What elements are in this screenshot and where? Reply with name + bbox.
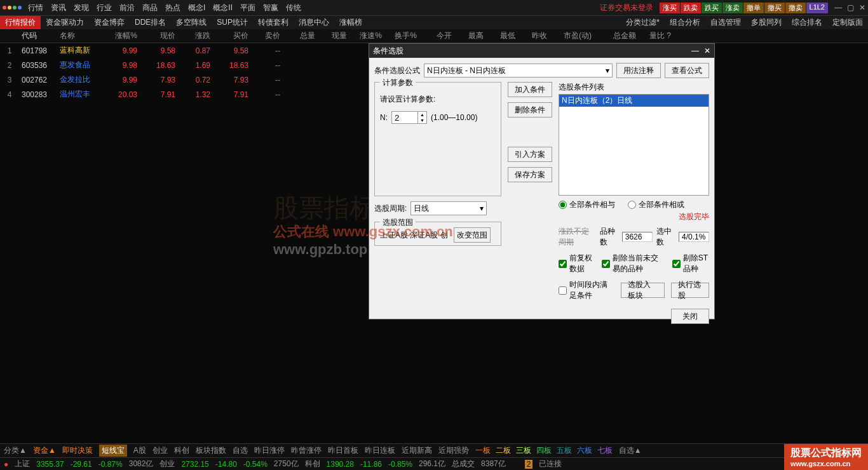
n-input[interactable]: [392, 112, 417, 123]
tab-转债套利[interactable]: 转债套利: [253, 16, 294, 29]
f1-科创[interactable]: 科创: [174, 445, 189, 456]
col-代码[interactable]: 代码: [19, 30, 57, 41]
trade-撤买[interactable]: 撤买: [764, 3, 785, 13]
menu-前沿[interactable]: 前沿: [119, 3, 135, 13]
condition-list[interactable]: N日内连板（2）日线: [559, 94, 709, 196]
col-换手%[interactable]: 换手%: [384, 30, 419, 41]
maximize-icon[interactable]: ▢: [847, 3, 854, 12]
dialog-min-icon[interactable]: —: [691, 46, 699, 55]
col-涨幅%[interactable]: 涨幅%: [102, 30, 140, 41]
trade-涨买[interactable]: 涨买: [660, 3, 680, 13]
tab-多空阵线[interactable]: 多空阵线: [171, 16, 212, 29]
board-三板[interactable]: 三板: [516, 445, 531, 456]
col-涨跌[interactable]: 涨跌: [178, 30, 213, 41]
spin-up-icon[interactable]: ▲: [418, 112, 426, 117]
tab-涨幅榜[interactable]: 涨幅榜: [334, 16, 367, 29]
trade-跌卖[interactable]: 跌卖: [681, 3, 701, 13]
delete-condition-button[interactable]: 删除条件: [508, 102, 552, 117]
col-现价[interactable]: 现价: [140, 30, 178, 41]
close-icon[interactable]: ✕: [859, 3, 865, 12]
board-六板[interactable]: 六板: [577, 445, 592, 456]
condition-item[interactable]: N日内连板（2）日线: [559, 95, 709, 107]
board-二板[interactable]: 二板: [496, 445, 511, 456]
toolr-分类过滤*[interactable]: 分类过滤*: [621, 16, 665, 29]
f1-A股[interactable]: A股: [133, 445, 146, 456]
col-市盈(动)[interactable]: 市盈(动): [550, 30, 594, 41]
close-button[interactable]: 关闭: [671, 309, 709, 324]
spin-down-icon[interactable]: ▼: [418, 117, 426, 123]
col-现量[interactable]: 现量: [318, 30, 349, 41]
minimize-icon[interactable]: —: [834, 3, 842, 12]
chk-timerange[interactable]: 时间段内满足条件: [559, 279, 614, 301]
menu-行情[interactable]: 行情: [28, 3, 43, 13]
execute-button[interactable]: 执行选股: [671, 283, 709, 298]
menu-传统[interactable]: 传统: [286, 3, 301, 13]
trade-跌买[interactable]: 跌买: [702, 3, 722, 13]
col-昨收[interactable]: 昨收: [518, 30, 550, 41]
col-卖价[interactable]: 卖价: [251, 30, 283, 41]
period-select[interactable]: 日线▾: [410, 201, 487, 215]
tab-消息中心[interactable]: 消息中心: [294, 16, 334, 29]
menu-资讯[interactable]: 资讯: [51, 3, 66, 13]
board-一板[interactable]: 一板: [475, 445, 491, 456]
cat-menu[interactable]: 分类▲: [4, 445, 27, 456]
save-plan-button[interactable]: 保存方案: [508, 167, 552, 182]
tab-SUP统计[interactable]: SUP统计: [212, 16, 253, 29]
tab-行情报价[interactable]: 行情报价: [0, 16, 41, 29]
toolr-组合分析[interactable]: 组合分析: [665, 16, 705, 29]
change-range-button[interactable]: 改变范围: [454, 227, 491, 243]
board-七板[interactable]: 七板: [597, 445, 613, 456]
fund-menu[interactable]: 资金▲: [33, 445, 56, 456]
add-condition-button[interactable]: 加入条件: [508, 82, 552, 97]
col-最高[interactable]: 最高: [454, 30, 486, 41]
col-今开[interactable]: 今开: [419, 30, 454, 41]
instant-btn[interactable]: 即时决策: [62, 445, 93, 456]
dialog-titlebar[interactable]: 条件选股 —✕: [369, 44, 714, 58]
tab-DDE排名[interactable]: DDE排名: [130, 16, 171, 29]
col-买价[interactable]: 买价: [213, 30, 251, 41]
board-五板[interactable]: 五板: [557, 445, 572, 456]
usage-button[interactable]: 用法注释: [616, 63, 661, 78]
menu-发现[interactable]: 发现: [74, 3, 89, 13]
board-四板[interactable]: 四板: [536, 445, 552, 456]
view-formula-button[interactable]: 查看公式: [665, 63, 709, 78]
col-名称[interactable]: 名称: [57, 30, 102, 41]
f1-创业[interactable]: 创业: [153, 445, 168, 456]
short-btn[interactable]: 短线宝: [99, 445, 127, 457]
col-最低[interactable]: 最低: [486, 30, 518, 41]
import-plan-button[interactable]: 引入方案: [508, 147, 552, 162]
f1-昨日涨停[interactable]: 昨日涨停: [254, 445, 285, 456]
into-block-button[interactable]: 选股入板块: [621, 283, 665, 298]
menu-平面[interactable]: 平面: [240, 3, 255, 13]
f1-近期强势[interactable]: 近期强势: [438, 445, 469, 456]
col-涨速%[interactable]: 涨速%: [349, 30, 384, 41]
toolr-多股同列[interactable]: 多股同列: [746, 16, 787, 29]
self-menu[interactable]: 自选▲: [619, 445, 642, 456]
f1-昨日首板[interactable]: 昨日首板: [328, 445, 358, 456]
trade-L1L2[interactable]: L1L2: [806, 3, 828, 13]
formula-combo[interactable]: N日内连板 - N日内连板▾: [424, 64, 613, 77]
tab-资金驱动力[interactable]: 资金驱动力: [41, 16, 89, 29]
trade-撤卖[interactable]: 撤卖: [785, 3, 806, 13]
trade-涨卖[interactable]: 涨卖: [722, 3, 743, 13]
f1-昨曾涨停[interactable]: 昨曾涨停: [291, 445, 322, 456]
menu-行业[interactable]: 行业: [97, 3, 112, 13]
col-量比 ?[interactable]: 量比 ?: [639, 30, 674, 41]
trade-撤单[interactable]: 撤单: [743, 3, 764, 13]
menu-热点[interactable]: 热点: [165, 3, 180, 13]
col-总金额[interactable]: 总金额: [594, 30, 639, 41]
f1-板块指数[interactable]: 板块指数: [196, 445, 226, 456]
toolr-综合排名[interactable]: 综合排名: [787, 16, 827, 29]
col-总量[interactable]: 总量: [283, 30, 318, 41]
menu-智赢[interactable]: 智赢: [263, 3, 278, 13]
menu-商品[interactable]: 商品: [142, 3, 158, 13]
or-radio[interactable]: 全部条件相或: [628, 199, 684, 210]
toolr-自选管理[interactable]: 自选管理: [705, 16, 746, 29]
chk-st[interactable]: 剔除ST品种: [672, 253, 709, 274]
chk-fq[interactable]: 前复权数据: [559, 253, 594, 274]
menu-概念I[interactable]: 概念I: [188, 3, 205, 13]
tab-资金博弈[interactable]: 资金博弈: [89, 16, 130, 29]
chk-notrade[interactable]: 剔除当前未交易的品种: [602, 253, 665, 274]
toolr-定制版面[interactable]: 定制版面: [827, 16, 868, 29]
f1-自选[interactable]: 自选: [233, 445, 248, 456]
